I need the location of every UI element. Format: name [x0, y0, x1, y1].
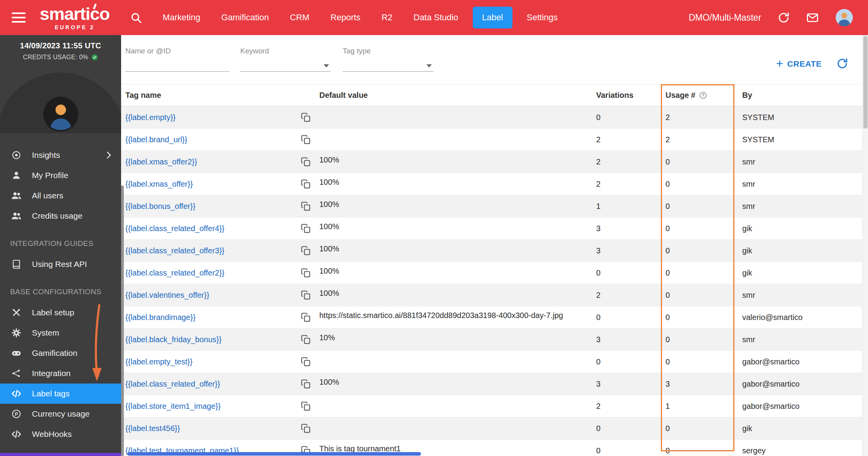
column-header-usage[interactable]: Usage # ?	[666, 91, 742, 100]
sidebar-item-currency-usage[interactable]: PCurrency usage	[0, 404, 121, 424]
by-cell: gabor@smartico	[742, 357, 862, 366]
tag-type-filter-select[interactable]: Tag type	[343, 47, 433, 72]
tag-cell: {{label.class_related_offer3}}	[125, 246, 319, 256]
copy-icon[interactable]	[301, 268, 311, 278]
nav-item-r2[interactable]: R2	[382, 7, 393, 28]
sidebar-scrollbar[interactable]	[121, 186, 124, 456]
tag-cell: {{label.valentines_offer}}	[125, 290, 319, 300]
column-header-variations[interactable]: Variations	[596, 91, 666, 100]
copy-icon[interactable]	[301, 379, 311, 389]
nav-item-marketing[interactable]: Marketing	[163, 7, 201, 28]
by-cell: SYSTEM	[742, 135, 862, 144]
code-icon	[10, 388, 23, 399]
column-header-default-value[interactable]: Default value	[319, 91, 596, 100]
copy-icon[interactable]	[301, 201, 311, 211]
sidebar-avatar[interactable]	[43, 97, 78, 132]
sidebar-item-integration[interactable]: Integration	[0, 363, 121, 384]
dropdown-arrow-icon[interactable]	[324, 64, 329, 67]
sidebar-item-system[interactable]: System	[0, 323, 121, 343]
nav-item-gamification[interactable]: Gamification	[221, 7, 269, 28]
copy-icon[interactable]	[301, 134, 311, 145]
tag-name-link[interactable]: {{label.class_related_offer4}}	[125, 224, 224, 233]
tag-name-link[interactable]: {{label.test456}}	[125, 424, 180, 433]
svg-text:?: ?	[702, 93, 704, 97]
keyword-filter-select[interactable]: Keyword	[240, 47, 331, 72]
search-icon[interactable]	[130, 12, 142, 24]
sidebar-section-title: INTEGRATION GUIDES	[0, 228, 121, 254]
currency-icon: P	[10, 409, 23, 419]
tag-name-link[interactable]: {{label.store_item1_image}}	[125, 402, 221, 411]
avatar[interactable]	[835, 9, 853, 27]
sidebar-item-gamification[interactable]: Gamification	[0, 343, 121, 363]
sidebar-item-label-tags[interactable]: Label tags	[0, 384, 121, 404]
usage-cell: 0	[666, 180, 742, 189]
variations-cell: 2	[596, 402, 666, 411]
credits-usage: CREDITS USAGE: 0%	[0, 54, 121, 61]
tag-name-link[interactable]: {{label.xmas_offer}}	[125, 180, 193, 189]
copy-icon[interactable]	[301, 401, 311, 411]
sidebar-bottom-strip	[0, 453, 121, 456]
copy-icon[interactable]	[301, 246, 311, 256]
tag-name-link[interactable]: {{label.bonus_offer}}	[125, 202, 195, 211]
tag-name-link[interactable]: {{label.valentines_offer}}	[125, 291, 209, 300]
tag-name-link[interactable]: {{label.xmas_offer2}}	[125, 157, 197, 166]
copy-icon[interactable]	[301, 423, 311, 433]
users-icon	[10, 190, 23, 201]
sidebar-item-using-rest-api[interactable]: Using Rest API	[0, 254, 121, 274]
vertical-scrollbar[interactable]	[862, 35, 868, 456]
dropdown-arrow-icon[interactable]	[426, 64, 432, 67]
refresh-icon[interactable]	[778, 12, 790, 24]
column-header-by[interactable]: By	[742, 91, 862, 100]
sidebar-item-webhooks[interactable]: WebHooks	[0, 424, 121, 444]
variations-cell: 0	[596, 313, 666, 322]
mail-icon[interactable]	[806, 11, 819, 24]
copy-icon[interactable]	[301, 157, 311, 167]
copy-icon[interactable]	[301, 179, 311, 189]
sidebar-item-my-profile[interactable]: My Profile	[0, 165, 121, 186]
usage-cell: 0	[666, 246, 742, 255]
tag-cell: {{label.xmas_offer}}	[125, 179, 319, 189]
tag-name-link[interactable]: {{label.empty}}	[125, 113, 176, 122]
sidebar-item-credits-usage[interactable]: Credits usage	[0, 206, 121, 226]
create-button[interactable]: + CREATE	[776, 59, 822, 69]
table-refresh-icon[interactable]	[836, 58, 848, 69]
table-row: {{label.bonus_offer}}100%10smr	[121, 195, 862, 217]
nav-item-settings[interactable]: Settings	[527, 7, 558, 28]
tag-name-link[interactable]: {{label.class_related_offer3}}	[125, 246, 224, 255]
help-icon[interactable]: ?	[699, 91, 707, 99]
sidebar-item-label: My Profile	[32, 171, 68, 180]
sidebar-item-label: Insights	[32, 150, 60, 160]
nav-item-data-studio[interactable]: Data Studio	[414, 7, 458, 28]
copy-icon[interactable]	[301, 312, 311, 322]
sidebar-item-label: All users	[32, 191, 63, 200]
vertical-scrollbar-thumb[interactable]	[863, 36, 868, 129]
nav-item-reports[interactable]: Reports	[331, 7, 361, 28]
tag-type-filter-underline	[343, 55, 433, 72]
nav-item-crm[interactable]: CRM	[290, 7, 309, 28]
tag-name-link[interactable]: {{label.black_friday_bonus}}	[125, 335, 222, 344]
column-header-tag-name[interactable]: Tag name	[125, 91, 319, 100]
sidebar-item-label-setup[interactable]: Label setup	[0, 302, 121, 323]
account-switcher[interactable]: DMO/Multi-Master	[688, 12, 761, 23]
sidebar-item-label: System	[32, 328, 59, 338]
copy-icon[interactable]	[301, 223, 311, 233]
hamburger-menu-icon[interactable]	[12, 12, 26, 23]
sidebar-item-insights[interactable]: Insights	[0, 145, 121, 165]
usage-cell: 0	[666, 446, 742, 455]
name-filter-input[interactable]: Name or @ID	[125, 47, 229, 72]
tag-name-link[interactable]: {{label.brand_url}}	[125, 135, 187, 144]
usage-cell: 1	[666, 402, 742, 411]
copy-icon[interactable]	[301, 112, 311, 122]
tag-name-link[interactable]: {{label.class_related_offer}}	[125, 380, 220, 389]
sidebar-item-all-users[interactable]: All users	[0, 186, 121, 206]
copy-icon[interactable]	[301, 357, 311, 367]
horizontal-scrollbar[interactable]	[127, 452, 421, 456]
copy-icon[interactable]	[301, 334, 311, 345]
by-cell: smr	[742, 335, 862, 344]
tag-name-link[interactable]: {{label.empty_test}}	[125, 357, 192, 366]
copy-icon[interactable]	[301, 290, 311, 300]
nav-item-label[interactable]: Label	[473, 7, 512, 28]
logo[interactable]: smartico EUROPE 2	[40, 5, 110, 30]
tag-name-link[interactable]: {{label.class_related_offer2}}	[125, 269, 224, 277]
tag-name-link[interactable]: {{label.brandimage}}	[125, 313, 195, 322]
